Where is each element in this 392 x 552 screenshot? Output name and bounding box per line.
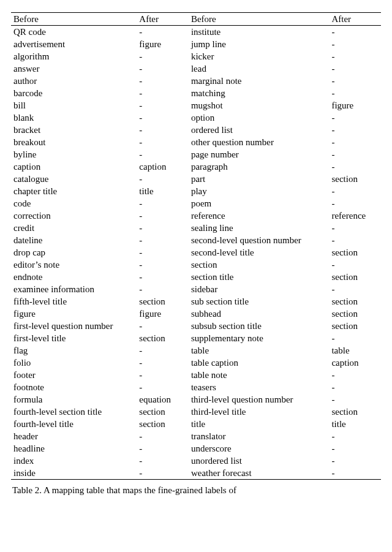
cell-after-right: -	[329, 234, 381, 246]
table-row: bill-mugshotfigure	[11, 99, 381, 112]
table-row: endnote-section titlesection	[11, 271, 381, 283]
table-row: inside-weather forecast-	[11, 467, 381, 480]
table-row: header-translator-	[11, 430, 381, 442]
cell-after-left: -	[137, 124, 189, 136]
cell-before-right: second-level question number	[189, 234, 330, 246]
cell-before-right: second-level title	[189, 246, 330, 259]
cell-after-left: -	[137, 99, 189, 112]
cell-after-right: -	[329, 50, 381, 62]
cell-after-left: -	[137, 442, 189, 455]
table-row: bracket-ordered list-	[11, 124, 381, 136]
cell-before-right: paragraph	[189, 161, 330, 173]
cell-before-left: fourth-level section title	[11, 406, 137, 418]
cell-before-right: table note	[189, 369, 330, 381]
cell-before-left: correction	[11, 210, 137, 222]
cell-after-left: figure	[137, 38, 189, 50]
cell-after-right: -	[329, 442, 381, 455]
cell-before-left: examinee information	[11, 283, 137, 295]
cell-before-right: table caption	[189, 357, 330, 369]
cell-before-left: chapter title	[11, 185, 137, 197]
header-after-right: After	[329, 13, 381, 26]
cell-before-left: bracket	[11, 124, 137, 136]
table-row: folio-table captioncaption	[11, 357, 381, 369]
cell-after-left: -	[137, 381, 189, 393]
cell-before-right: kicker	[189, 50, 330, 62]
cell-after-right: -	[329, 381, 381, 393]
cell-before-left: inside	[11, 467, 137, 480]
table-row: footer-table note-	[11, 369, 381, 381]
cell-after-left: caption	[137, 161, 189, 173]
table-row: fourth-level section titlesectionthird-l…	[11, 406, 381, 418]
table-row: editor’s note-section-	[11, 259, 381, 271]
cell-before-right: underscore	[189, 442, 330, 455]
cell-after-left: -	[137, 136, 189, 148]
cell-after-right: title	[329, 418, 381, 430]
cell-after-left: -	[137, 246, 189, 259]
cell-after-left: -	[137, 369, 189, 381]
cell-after-right: figure	[329, 99, 381, 112]
cell-before-left: catalogue	[11, 173, 137, 185]
cell-before-right: title	[189, 418, 330, 430]
cell-after-right: table	[329, 344, 381, 357]
cell-before-left: QR code	[11, 26, 137, 39]
page: Before After Before After QR code-instit…	[0, 0, 392, 503]
cell-before-left: barcode	[11, 87, 137, 99]
mapping-table: Before After Before After QR code-instit…	[11, 12, 381, 480]
cell-after-right: section	[329, 308, 381, 320]
cell-before-left: advertisement	[11, 38, 137, 50]
cell-before-left: first-level question number	[11, 320, 137, 332]
cell-after-left: -	[137, 320, 189, 332]
table-row: dateline-second-level question number-	[11, 234, 381, 246]
cell-before-left: first-level title	[11, 332, 137, 344]
cell-before-right: matching	[189, 87, 330, 99]
cell-after-left: section	[137, 406, 189, 418]
cell-after-right: section	[329, 173, 381, 185]
cell-after-left: -	[137, 62, 189, 75]
cell-after-right: -	[329, 136, 381, 148]
cell-before-left: answer	[11, 62, 137, 75]
cell-after-right: -	[329, 197, 381, 210]
table-row: answer-lead-	[11, 62, 381, 75]
cell-before-left: footer	[11, 369, 137, 381]
cell-after-right: section	[329, 246, 381, 259]
cell-before-left: fifth-level title	[11, 295, 137, 308]
cell-before-right: ordered list	[189, 124, 330, 136]
table-row: first-level question number-subsub secti…	[11, 320, 381, 332]
header-before-right: Before	[189, 13, 330, 26]
cell-after-right: section	[329, 271, 381, 283]
cell-before-left: blank	[11, 112, 137, 124]
cell-after-right: -	[329, 112, 381, 124]
table-caption: Table 2. A mapping table that maps the f…	[11, 480, 381, 497]
cell-before-left: caption	[11, 161, 137, 173]
cell-before-left: author	[11, 75, 137, 87]
table-body: QR code-institute-advertisementfigurejum…	[11, 26, 381, 480]
cell-after-left: -	[137, 197, 189, 210]
cell-before-left: editor’s note	[11, 259, 137, 271]
cell-after-left: -	[137, 344, 189, 357]
cell-before-right: unordered list	[189, 455, 330, 467]
cell-after-left: -	[137, 357, 189, 369]
cell-before-left: byline	[11, 148, 137, 161]
cell-after-left: -	[137, 467, 189, 480]
cell-after-right: -	[329, 38, 381, 50]
cell-after-right: section	[329, 406, 381, 418]
table-row: figurefiguresubheadsection	[11, 308, 381, 320]
cell-after-left: -	[137, 259, 189, 271]
table-row: author-marginal note-	[11, 75, 381, 87]
cell-after-left: -	[137, 148, 189, 161]
table-row: QR code-institute-	[11, 26, 381, 39]
cell-after-left: section	[137, 418, 189, 430]
cell-after-right: -	[329, 369, 381, 381]
table-row: fourth-level titlesectiontitletitle	[11, 418, 381, 430]
cell-before-right: sidebar	[189, 283, 330, 295]
cell-before-right: weather forecast	[189, 467, 330, 480]
cell-after-left: -	[137, 455, 189, 467]
cell-before-right: play	[189, 185, 330, 197]
cell-after-left: -	[137, 283, 189, 295]
cell-after-left: section	[137, 332, 189, 344]
cell-after-right: -	[329, 259, 381, 271]
cell-after-left: -	[137, 26, 189, 39]
table-row: chapter titletitleplay-	[11, 185, 381, 197]
cell-after-right: -	[329, 332, 381, 344]
cell-before-right: poem	[189, 197, 330, 210]
